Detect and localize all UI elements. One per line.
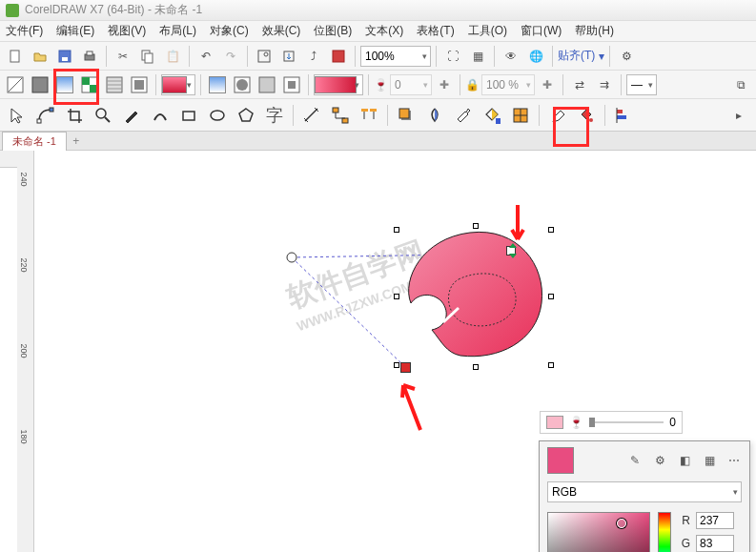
toggle-toolbar-icon[interactable]: ▸ [725, 102, 752, 129]
drop-shadow-icon[interactable] [393, 102, 419, 129]
menubar[interactable]: 文件(F) 编辑(E) 视图(V) 布局(L) 对象(C) 效果(C) 位图(B… [0, 21, 756, 42]
sel-handle-se[interactable] [548, 362, 554, 368]
color-model-combo[interactable]: RGB [547, 481, 742, 502]
menu-bitmap[interactable]: 位图(B) [314, 23, 352, 39]
fullscreen-icon[interactable]: ⛶ [441, 45, 464, 68]
grad-square-icon[interactable] [280, 73, 303, 96]
cut-icon[interactable]: ✂ [112, 45, 134, 68]
menu-file[interactable]: 文件(F) [6, 23, 43, 39]
swatch-picker-icon[interactable]: ◧ [677, 453, 692, 468]
new-tab-icon[interactable]: + [69, 133, 84, 149]
transparency-tool-icon[interactable] [421, 102, 448, 129]
pick-tool-icon[interactable] [4, 102, 31, 129]
artistic-tool-icon[interactable] [147, 102, 174, 129]
gradient-start-node[interactable] [400, 362, 411, 373]
rectangle-tool-icon[interactable] [175, 102, 202, 129]
fill-texture-icon[interactable] [103, 73, 126, 96]
freehand-tool-icon[interactable] [118, 102, 145, 129]
svg-rect-35 [333, 108, 338, 112]
sel-handle-n[interactable] [473, 223, 479, 229]
drawn-shape[interactable] [394, 227, 556, 370]
color-field-cursor[interactable] [617, 519, 626, 528]
sel-handle-e[interactable] [548, 294, 554, 299]
zoom-combo[interactable]: 100% [360, 46, 431, 67]
menu-window[interactable]: 窗口(W) [521, 23, 562, 39]
eyedropper-tool-icon[interactable] [450, 102, 477, 129]
fill-color-combo[interactable] [161, 74, 195, 95]
fill-fountain-icon[interactable] [53, 73, 76, 96]
fill-pattern-icon[interactable] [78, 73, 101, 96]
save-icon[interactable] [53, 45, 76, 68]
menu-layout[interactable]: 布局(L) [159, 23, 196, 39]
menu-view[interactable]: 视图(V) [108, 23, 146, 39]
outline-pen-icon[interactable] [544, 102, 571, 129]
sliders-icon[interactable]: ⚙ [652, 453, 667, 468]
ellipse-tool-icon[interactable] [204, 102, 231, 129]
edit-anchor-icon[interactable] [356, 102, 382, 129]
publish-icon[interactable] [327, 45, 350, 68]
sel-handle-s[interactable] [473, 364, 479, 370]
eyedropper-icon[interactable]: ✎ [627, 453, 643, 468]
color-docker[interactable]: ✎ ⚙ ◧ ▦ ⋯ RGB [539, 440, 750, 552]
menu-tools[interactable]: 工具(O) [468, 23, 507, 39]
print-icon[interactable] [78, 45, 101, 68]
slider-track[interactable] [589, 421, 664, 423]
copy-icon[interactable] [136, 45, 159, 68]
fill-uniform-icon[interactable] [29, 73, 51, 96]
search-icon[interactable] [253, 45, 276, 68]
snap-menu[interactable]: 贴齐(T) [558, 48, 595, 64]
export-icon[interactable]: ⤴ [302, 45, 325, 68]
lock-icon[interactable]: 🔒 [465, 78, 480, 92]
sel-handle-sw[interactable] [394, 362, 399, 368]
grad-radial-icon[interactable] [231, 73, 254, 96]
rulers-icon[interactable]: ▦ [466, 45, 489, 68]
palette-icon[interactable]: ▦ [702, 453, 717, 468]
transparency-slider-panel[interactable]: 🍷 0 [540, 411, 683, 434]
repeat-grad-icon[interactable]: ⇉ [593, 73, 616, 96]
interactive-fill-tool-icon[interactable] [479, 102, 505, 129]
input-r[interactable] [696, 512, 734, 529]
more-icon[interactable]: ⋯ [726, 453, 742, 468]
app-icon [6, 4, 19, 17]
menu-effect[interactable]: 效果(C) [262, 23, 301, 39]
grad-conical-icon[interactable] [255, 73, 278, 96]
dimension-tool-icon[interactable] [298, 102, 325, 129]
options-icon[interactable]: ⚙ [615, 45, 638, 68]
publish-web-icon[interactable]: 🌐 [524, 45, 547, 68]
grad-preview-combo[interactable] [314, 74, 363, 95]
menu-text[interactable]: 文本(X) [365, 23, 403, 39]
color-field[interactable] [547, 512, 650, 552]
fill-none-icon[interactable] [4, 73, 27, 96]
mirror-icon[interactable]: ⇄ [568, 73, 591, 96]
fill-postscript-icon[interactable] [128, 73, 151, 96]
connector-tool-icon[interactable] [327, 102, 354, 129]
open-icon[interactable] [29, 45, 51, 68]
zoom-tool-icon[interactable] [90, 102, 116, 129]
sel-handle-w[interactable] [394, 294, 399, 299]
menu-object[interactable]: 对象(C) [210, 23, 249, 39]
sel-handle-ne[interactable] [548, 227, 554, 233]
import-icon[interactable] [277, 45, 300, 68]
hue-slider[interactable] [658, 512, 671, 552]
mesh-fill-tool-icon[interactable] [507, 102, 534, 129]
text-tool-icon[interactable]: 字 [261, 102, 288, 129]
menu-table[interactable]: 表格(T) [417, 23, 454, 39]
document-tab[interactable]: 未命名 -1 [2, 132, 67, 151]
menu-help[interactable]: 帮助(H) [575, 23, 614, 39]
slider-thumb[interactable] [589, 418, 595, 427]
menu-edit[interactable]: 编辑(E) [56, 23, 94, 39]
sel-handle-nw[interactable] [394, 227, 399, 233]
copy-props-icon[interactable]: ⧉ [729, 73, 752, 96]
grad-linear-icon[interactable] [206, 73, 229, 96]
new-icon[interactable] [4, 45, 27, 68]
canvas[interactable]: 240 220 200 180 软件自学网 WWW.RJZXW.COM [17, 151, 756, 552]
preview-icon[interactable]: 👁 [500, 45, 522, 68]
shape-tool-icon[interactable] [32, 102, 59, 129]
accel-combo[interactable]: — [626, 74, 657, 95]
undo-icon[interactable]: ↶ [194, 45, 217, 68]
polygon-tool-icon[interactable] [233, 102, 259, 129]
fill-dialog-icon[interactable] [573, 102, 600, 129]
input-g[interactable] [696, 535, 734, 552]
align-tool-icon[interactable] [610, 102, 637, 129]
crop-tool-icon[interactable] [61, 102, 88, 129]
